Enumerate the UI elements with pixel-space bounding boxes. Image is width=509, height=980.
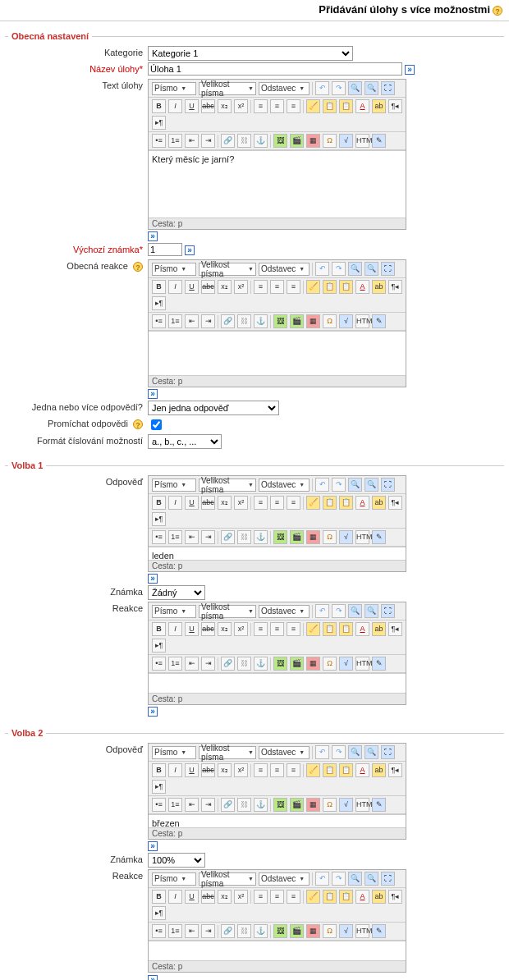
select-grade[interactable]: Žádný	[148, 585, 205, 600]
ltr-icon[interactable]: ¶◂	[388, 890, 402, 904]
paste-icon[interactable]: 📋	[323, 890, 337, 904]
paste-icon[interactable]: 📋	[323, 622, 337, 636]
anchor-icon[interactable]: ⚓	[254, 798, 268, 812]
equation-icon[interactable]: √	[339, 314, 353, 328]
select-numbering[interactable]: a., b., c., ...	[148, 434, 222, 449]
unlink-icon[interactable]: ⛓	[237, 134, 251, 148]
ltr-icon[interactable]: ¶◂	[388, 763, 402, 777]
indent-icon[interactable]: ⇥	[201, 530, 215, 544]
outdent-icon[interactable]: ⇤	[185, 798, 199, 812]
align-center-icon[interactable]: ≡	[270, 622, 284, 636]
link-icon[interactable]: 🔗	[221, 657, 235, 671]
fullscreen-icon[interactable]: ⛶	[381, 745, 395, 759]
fullscreen-icon[interactable]: ⛶	[381, 604, 395, 618]
adv-toggle-icon[interactable]	[148, 574, 158, 584]
indent-icon[interactable]: ⇥	[201, 314, 215, 328]
unlink-icon[interactable]: ⛓	[237, 798, 251, 812]
paste-icon[interactable]: 📋	[323, 496, 337, 510]
equation-icon[interactable]: √	[339, 798, 353, 812]
bold-icon[interactable]: B	[152, 496, 166, 510]
rtl-icon[interactable]: ▸¶	[152, 639, 166, 653]
image-icon[interactable]: 🖼	[273, 798, 287, 812]
media-icon[interactable]: 🎬	[290, 657, 304, 671]
embed-icon[interactable]: ▦	[306, 798, 320, 812]
toolbar-format-select[interactable]: Odstavec▼	[259, 263, 310, 276]
clean-icon[interactable]: 🧹	[306, 763, 320, 777]
undo-icon[interactable]: ↶	[315, 745, 329, 759]
adv-toggle-icon[interactable]	[148, 231, 158, 241]
toolbar-format-select[interactable]: Odstavec▼	[259, 82, 310, 95]
adv-toggle-icon[interactable]	[185, 245, 195, 255]
fullscreen-icon[interactable]: ⛶	[381, 872, 395, 886]
ol-icon[interactable]: 1≡	[168, 530, 182, 544]
ol-icon[interactable]: 1≡	[168, 798, 182, 812]
outdent-icon[interactable]: ⇤	[185, 657, 199, 671]
ol-icon[interactable]: 1≡	[168, 134, 182, 148]
sub-icon[interactable]: x₂	[218, 496, 232, 510]
toolbar-size-select[interactable]: Velikost písma▼	[199, 263, 256, 276]
bgcolor-icon[interactable]: ab	[372, 496, 386, 510]
sup-icon[interactable]: x²	[234, 763, 248, 777]
sup-icon[interactable]: x²	[234, 99, 248, 113]
align-center-icon[interactable]: ≡	[270, 763, 284, 777]
image-icon[interactable]: 🖼	[273, 924, 287, 938]
bgcolor-icon[interactable]: ab	[372, 622, 386, 636]
style-icon[interactable]: ✎	[372, 314, 386, 328]
help-icon[interactable]: ?	[133, 419, 143, 429]
paste-icon[interactable]: 📋	[323, 280, 337, 294]
align-right-icon[interactable]: ≡	[287, 622, 300, 636]
adv-toggle-icon[interactable]	[405, 65, 415, 75]
image-icon[interactable]: 🖼	[273, 314, 287, 328]
style-icon[interactable]: ✎	[372, 657, 386, 671]
align-center-icon[interactable]: ≡	[270, 890, 284, 904]
bold-icon[interactable]: B	[152, 99, 166, 113]
sup-icon[interactable]: x²	[234, 280, 248, 294]
strike-icon[interactable]: abc	[201, 622, 215, 636]
find-icon[interactable]: 🔍	[348, 262, 362, 276]
toolbar-format-select[interactable]: Odstavec▼	[259, 872, 310, 886]
toolbar-font-select[interactable]: Písmo▼	[152, 872, 196, 886]
toolbar-font-select[interactable]: Písmo▼	[152, 263, 196, 276]
link-icon[interactable]: 🔗	[221, 530, 235, 544]
style-icon[interactable]: ✎	[372, 924, 386, 938]
strike-icon[interactable]: abc	[201, 496, 215, 510]
omega-icon[interactable]: Ω	[323, 798, 337, 812]
align-right-icon[interactable]: ≡	[287, 890, 300, 904]
find-icon[interactable]: 🔍	[348, 81, 362, 95]
sub-icon[interactable]: x₂	[218, 99, 232, 113]
italic-icon[interactable]: I	[168, 99, 182, 113]
ltr-icon[interactable]: ¶◂	[388, 99, 402, 113]
ul-icon[interactable]: •≡	[152, 530, 166, 544]
indent-icon[interactable]: ⇥	[201, 657, 215, 671]
media-icon[interactable]: 🎬	[290, 134, 304, 148]
italic-icon[interactable]: I	[168, 622, 182, 636]
equation-icon[interactable]: √	[339, 134, 353, 148]
ltr-icon[interactable]: ¶◂	[388, 280, 402, 294]
rtl-icon[interactable]: ▸¶	[152, 906, 166, 920]
anchor-icon[interactable]: ⚓	[254, 657, 268, 671]
sup-icon[interactable]: x²	[234, 622, 248, 636]
clean-icon[interactable]: 🧹	[306, 496, 320, 510]
adv-toggle-icon[interactable]	[148, 975, 158, 980]
adv-toggle-icon[interactable]	[148, 707, 158, 717]
find-icon[interactable]: 🔍	[348, 872, 362, 886]
html-icon[interactable]: HTML	[355, 924, 369, 938]
underline-icon[interactable]: U	[185, 622, 199, 636]
toolbar-size-select[interactable]: Velikost písma▼	[199, 605, 256, 618]
fullscreen-icon[interactable]: ⛶	[381, 478, 395, 492]
redo-icon[interactable]: ↷	[332, 478, 346, 492]
italic-icon[interactable]: I	[168, 280, 182, 294]
bgcolor-icon[interactable]: ab	[372, 99, 386, 113]
bold-icon[interactable]: B	[152, 622, 166, 636]
html-icon[interactable]: HTML	[355, 134, 369, 148]
media-icon[interactable]: 🎬	[290, 924, 304, 938]
outdent-icon[interactable]: ⇤	[185, 530, 199, 544]
underline-icon[interactable]: U	[185, 99, 199, 113]
toolbar-size-select[interactable]: Velikost písma▼	[199, 479, 256, 492]
italic-icon[interactable]: I	[168, 763, 182, 777]
link-icon[interactable]: 🔗	[221, 798, 235, 812]
underline-icon[interactable]: U	[185, 763, 199, 777]
image-icon[interactable]: 🖼	[273, 657, 287, 671]
anchor-icon[interactable]: ⚓	[254, 530, 268, 544]
editor-content-area[interactable]: Který měsíc je jarní?	[149, 150, 406, 218]
